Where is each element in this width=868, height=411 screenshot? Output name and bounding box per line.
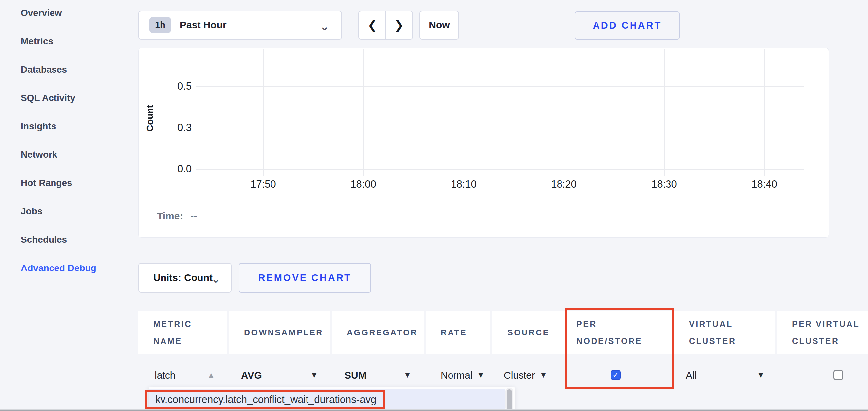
header-line: CLUSTER [792, 333, 868, 350]
per-virtual-cluster-checkbox[interactable] [833, 370, 843, 380]
y-tick-label: 0.5 [152, 80, 192, 92]
now-button[interactable]: Now [420, 10, 459, 40]
x-tick-label: 18:30 [638, 178, 691, 190]
sidebar-item-insights[interactable]: Insights [21, 121, 56, 132]
source-select[interactable]: Cluster [504, 370, 535, 381]
y-tick-label: 0.3 [152, 122, 192, 134]
check-icon: ✓ [612, 370, 619, 380]
header-line: METRIC [153, 315, 227, 333]
column-header-source: SOURCE [492, 311, 564, 354]
header-line: PER VIRTUAL [792, 315, 868, 333]
x-tick-label: 18:10 [437, 178, 490, 190]
sidebar-item-sql-activity[interactable]: SQL Activity [21, 92, 75, 104]
column-header-rate: RATE [426, 311, 490, 354]
caret-down-icon[interactable]: ▼ [540, 371, 547, 380]
column-header-per-node-store: PER NODE/STORE [561, 311, 673, 354]
units-dropdown[interactable]: Units: Count ⌄ [138, 263, 231, 293]
suggestions-scrollbar-thumb[interactable] [507, 389, 512, 411]
caret-down-icon[interactable]: ▼ [757, 371, 765, 380]
x-tick-label: 18:20 [537, 178, 590, 190]
add-chart-button[interactable]: ADD CHART [575, 11, 680, 40]
column-header-downsampler: DOWNSAMPLER [229, 311, 330, 354]
header-line: CLUSTER [689, 333, 775, 350]
y-tick-label: 0.0 [152, 163, 192, 175]
x-tick-label: 18:40 [738, 178, 791, 190]
column-header-metric-name: METRIC NAME [138, 311, 227, 354]
header-line: AGGREGATOR [347, 324, 424, 341]
metric-suggestion-text: kv.concurrency.latch_conflict_wait_durat… [155, 394, 376, 406]
column-header-virtual-cluster: VIRTUAL CLUSTER [674, 311, 775, 354]
chevron-down-icon: ⌄ [211, 273, 220, 285]
sidebar-item-network[interactable]: Network [21, 149, 57, 161]
sidebar-item-overview[interactable]: Overview [21, 7, 62, 19]
per-node-store-checkbox[interactable]: ✓ [611, 370, 621, 380]
units-dropdown-label: Units: Count [153, 272, 213, 283]
screenshot-bottom-edge [0, 409, 868, 411]
chevron-left-icon: ❮ [368, 19, 377, 32]
sidebar-item-metrics[interactable]: Metrics [21, 35, 53, 47]
chevron-right-icon: ❯ [394, 19, 404, 32]
metric-suggestion-item[interactable]: kv.concurrency.latch_conflict_wait_durat… [149, 389, 505, 411]
next-interval-button[interactable]: ❯ [386, 11, 412, 39]
prev-interval-button[interactable]: ❮ [359, 11, 386, 39]
column-header-aggregator: AGGREGATOR [332, 311, 424, 354]
hover-time-value: -- [190, 210, 197, 221]
column-header-per-virtual-cluster: PER VIRTUAL CLUSTER [777, 311, 868, 354]
hover-time-readout: Time:-- [157, 210, 197, 222]
time-range-dropdown[interactable]: 1h Past Hour ⌄ [138, 10, 342, 40]
x-tick-label: 18:00 [337, 178, 390, 190]
gridline-horizontal [196, 169, 804, 170]
metric-name-input[interactable]: latch [155, 370, 175, 381]
time-range-label: Past Hour [180, 20, 226, 31]
x-tick-label: 17:50 [237, 178, 290, 190]
virtual-cluster-select[interactable]: All [686, 370, 696, 381]
sidebar-item-schedules[interactable]: Schedules [21, 234, 67, 246]
hover-time-label: Time: [157, 210, 183, 221]
time-range-badge: 1h [149, 17, 171, 33]
chart-plot-area[interactable] [196, 49, 804, 169]
header-line: NAME [153, 333, 227, 350]
downsampler-select[interactable]: AVG [241, 370, 262, 381]
header-line: PER [576, 315, 673, 333]
header-line: SOURCE [507, 324, 564, 341]
time-step-buttons: ❮ ❯ [359, 10, 413, 40]
chevron-down-icon: ⌄ [320, 20, 330, 33]
sidebar-item-databases[interactable]: Databases [21, 64, 67, 75]
rate-select[interactable]: Normal [441, 370, 473, 381]
header-line: RATE [441, 324, 490, 341]
sidebar-item-jobs[interactable]: Jobs [21, 205, 42, 217]
header-line: VIRTUAL [689, 315, 775, 333]
caret-down-icon[interactable]: ▼ [477, 371, 485, 380]
caret-down-icon[interactable]: ▼ [310, 371, 318, 380]
metric-suggestions-panel: kv.concurrency.latch_conflict_wait_durat… [149, 386, 515, 411]
remove-chart-button[interactable]: REMOVE CHART [239, 263, 371, 293]
aggregator-select[interactable]: SUM [344, 370, 367, 381]
header-line: NODE/STORE [576, 333, 673, 350]
sidebar-item-hot-ranges[interactable]: Hot Ranges [21, 177, 72, 189]
caret-up-icon[interactable]: ▲ [208, 371, 215, 380]
header-line: DOWNSAMPLER [244, 324, 330, 341]
chart-card: Count 0.5 0.3 0.0 17:50 18:00 18:10 18:2… [138, 48, 829, 238]
sidebar-item-advanced-debug[interactable]: Advanced Debug [21, 262, 96, 274]
caret-down-icon[interactable]: ▼ [404, 371, 411, 380]
